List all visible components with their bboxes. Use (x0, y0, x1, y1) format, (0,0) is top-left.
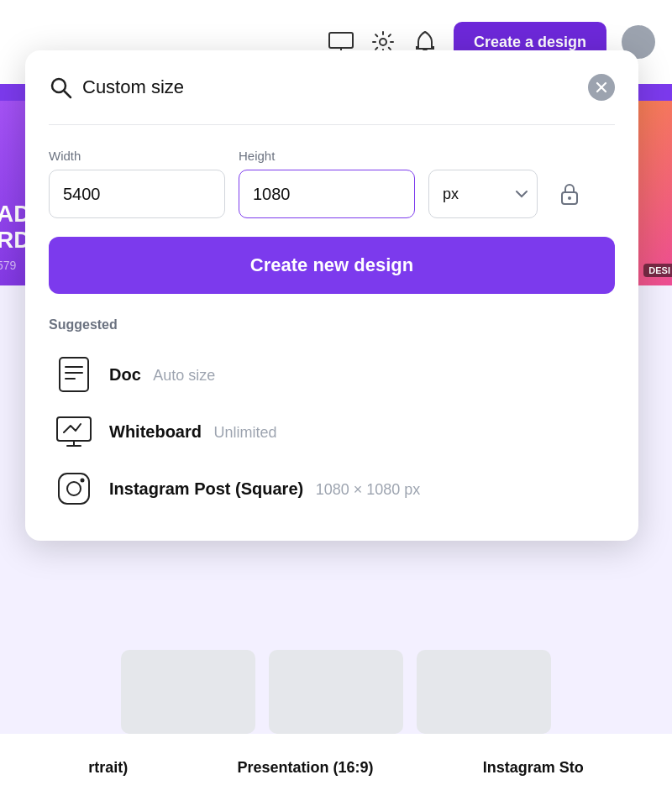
suggestion-whiteboard-text: Whiteboard Unlimited (109, 422, 276, 442)
width-group: Width (49, 149, 225, 218)
height-label: Height (239, 149, 415, 163)
suggestion-doc-text: Doc Auto size (109, 365, 215, 385)
divider (49, 124, 615, 125)
svg-line-5 (65, 92, 71, 98)
thumb-instagram (417, 650, 551, 734)
custom-size-panel: Width Height px in cm mm (25, 50, 638, 541)
height-input[interactable] (239, 170, 415, 218)
svg-point-3 (380, 39, 386, 45)
suggestion-doc[interactable]: Doc Auto size (49, 346, 615, 403)
thumb-portrait (121, 650, 255, 734)
search-row (49, 74, 615, 101)
search-input[interactable] (82, 76, 578, 98)
label-instagram-story: Instagram Sto (483, 759, 584, 777)
svg-point-19 (81, 479, 85, 483)
width-input[interactable] (49, 170, 225, 218)
instagram-icon (55, 470, 92, 507)
unit-select-wrap: px in cm mm (428, 170, 538, 218)
right-thumb-label: DESI (643, 264, 672, 277)
label-portrait: rtrait) (88, 759, 128, 777)
svg-point-4 (52, 79, 66, 92)
bottom-labels-bar: rtrait) Presentation (16:9) Instagram St… (0, 734, 672, 801)
clear-button[interactable] (588, 74, 615, 101)
suggestion-instagram-text: Instagram Post (Square) 1080 × 1080 px (109, 479, 420, 499)
left-thumb-number: 579 (0, 259, 16, 272)
center-thumbnails (121, 650, 551, 734)
dimension-row: Width Height px in cm mm (49, 149, 615, 218)
create-new-design-button[interactable]: Create new design (49, 237, 615, 294)
suggestion-instagram[interactable]: Instagram Post (Square) 1080 × 1080 px (49, 460, 615, 517)
suggestion-whiteboard[interactable]: Whiteboard Unlimited (49, 403, 615, 460)
height-group: Height (239, 149, 415, 218)
whiteboard-icon (55, 413, 92, 450)
search-icon (49, 76, 72, 99)
unit-select[interactable]: px in cm mm (428, 170, 538, 218)
svg-rect-10 (60, 358, 88, 391)
svg-point-18 (67, 482, 81, 495)
label-presentation: Presentation (16:9) (237, 759, 373, 777)
width-label: Width (49, 149, 225, 163)
suggested-label: Suggested (49, 317, 615, 332)
svg-rect-0 (329, 33, 353, 48)
svg-point-9 (568, 196, 571, 200)
lock-button[interactable] (551, 170, 588, 218)
doc-icon (55, 356, 92, 393)
thumb-presentation (269, 650, 403, 734)
